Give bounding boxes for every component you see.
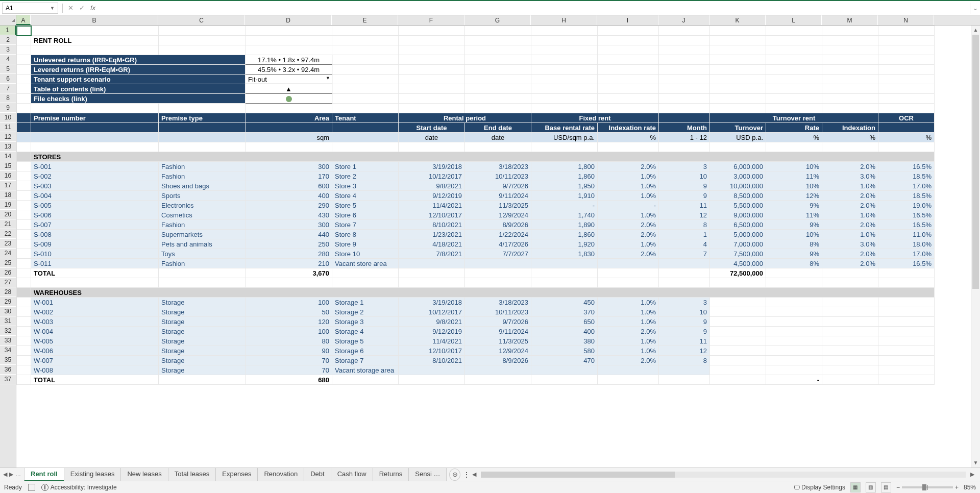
hscroll-right-icon[interactable]: ▶	[968, 471, 977, 478]
scroll-thumb[interactable]	[972, 35, 979, 289]
column-headers: ABCDEFGHIJKLMN	[0, 15, 980, 26]
row-header-6[interactable]: 6	[0, 74, 16, 84]
sheet-tab[interactable]: Existing leases	[64, 467, 121, 481]
row-header-25[interactable]: 25	[0, 258, 16, 268]
zoom-level[interactable]: 85%	[964, 484, 976, 491]
row-header-14[interactable]: 14	[0, 152, 16, 161]
row-header-35[interactable]: 35	[0, 355, 16, 365]
scenario-dropdown[interactable]: Fit-out	[246, 75, 332, 84]
col-header-B[interactable]: B	[31, 15, 158, 25]
row-header-1[interactable]: 1	[0, 26, 16, 35]
horizontal-scrollbar[interactable]: ⋮ ◀ ▶	[460, 471, 980, 478]
row-header-26[interactable]: 26	[0, 268, 16, 278]
col-header-H[interactable]: H	[531, 15, 597, 25]
row-header-11[interactable]: 11	[0, 122, 16, 132]
row-header-21[interactable]: 21	[0, 219, 16, 229]
sheet-tab[interactable]: New leases	[120, 467, 168, 481]
row-header-34[interactable]: 34	[0, 346, 16, 355]
scroll-up-icon[interactable]: ▲	[971, 26, 980, 35]
row-header-29[interactable]: 29	[0, 297, 16, 307]
row-header-19[interactable]: 19	[0, 200, 16, 210]
row-header-13[interactable]: 13	[0, 142, 16, 152]
cells[interactable]: RENT ROLLUnlevered returns (IRR•EqM•GR)1…	[16, 26, 971, 467]
scroll-down-icon[interactable]: ▼	[971, 458, 980, 467]
row-header-15[interactable]: 15	[0, 161, 16, 171]
sheet-tab[interactable]: Rent roll	[24, 467, 64, 481]
row-header-22[interactable]: 22	[0, 229, 16, 239]
sheet-tab[interactable]: Debt	[304, 467, 331, 481]
sheet-tab[interactable]: Returns	[373, 467, 409, 481]
row-header-5[interactable]: 5	[0, 64, 16, 74]
formula-input[interactable]	[99, 3, 970, 14]
col-header-D[interactable]: D	[245, 15, 332, 25]
col-header-G[interactable]: G	[464, 15, 531, 25]
row-header-10[interactable]: 10	[0, 113, 16, 122]
zoom-thumb[interactable]	[922, 484, 926, 490]
zoom-slider[interactable]: − +	[896, 484, 959, 491]
sheet-nav-more[interactable]: …	[15, 471, 21, 478]
name-box-dropdown-icon[interactable]: ▼	[50, 6, 55, 11]
row-header-4[interactable]: 4	[0, 55, 16, 64]
sheet-tab[interactable]: Cash flow	[331, 467, 373, 481]
row-header-17[interactable]: 17	[0, 181, 16, 190]
formula-expand-icon[interactable]: ⌄	[970, 3, 980, 14]
col-header-N[interactable]: N	[878, 15, 934, 25]
sheet-tab[interactable]: Sensi …	[408, 467, 447, 481]
row-header-23[interactable]: 23	[0, 239, 16, 249]
select-all-corner[interactable]	[0, 15, 16, 25]
col-header-K[interactable]: K	[709, 15, 766, 25]
sheet-tab[interactable]: Total leases	[168, 467, 216, 481]
row-header-24[interactable]: 24	[0, 249, 16, 258]
add-sheet-button[interactable]: ⊕	[449, 469, 460, 481]
sheet-nav-next-icon[interactable]: ▶	[9, 471, 13, 478]
name-box-value: A1	[6, 5, 13, 12]
sheet-tab[interactable]: Renovation	[257, 467, 304, 481]
row-header-8[interactable]: 8	[0, 93, 16, 103]
view-page-layout-button[interactable]: ▥	[866, 482, 876, 492]
panel-label: Levered returns (IRR•EqM•GR)	[31, 65, 246, 75]
row-header-2[interactable]: 2	[0, 35, 16, 45]
view-page-break-button[interactable]: ▤	[881, 482, 891, 492]
row-header-27[interactable]: 27	[0, 278, 16, 287]
col-header-L[interactable]: L	[766, 15, 822, 25]
hscroll-left-icon[interactable]: ◀	[470, 471, 479, 478]
sheet-nav-prev-icon[interactable]: ◀	[3, 471, 7, 478]
row-header-16[interactable]: 16	[0, 171, 16, 181]
col-header-C[interactable]: C	[158, 15, 245, 25]
col-header-I[interactable]: I	[597, 15, 658, 25]
row-header-33[interactable]: 33	[0, 336, 16, 346]
view-normal-button[interactable]: ▦	[850, 482, 861, 492]
row-header-3[interactable]: 3	[0, 45, 16, 55]
panel-value	[246, 94, 332, 104]
zoom-in-button[interactable]: +	[955, 484, 959, 491]
cancel-formula-button[interactable]: ✕	[65, 4, 76, 12]
col-header-E[interactable]: E	[332, 15, 398, 25]
col-header-A[interactable]: A	[16, 15, 31, 25]
row-header-31[interactable]: 31	[0, 316, 16, 326]
vertical-scrollbar[interactable]: ▲ ▼	[971, 26, 980, 467]
row-header-32[interactable]: 32	[0, 326, 16, 336]
macro-record-icon[interactable]	[28, 484, 35, 491]
col-header-F[interactable]: F	[398, 15, 464, 25]
row-header-20[interactable]: 20	[0, 210, 16, 219]
row-header-30[interactable]: 30	[0, 307, 16, 316]
col-header-J[interactable]: J	[658, 15, 709, 25]
row-header-28[interactable]: 28	[0, 287, 16, 297]
row-header-37[interactable]: 37	[0, 375, 16, 384]
row-header-7[interactable]: 7	[0, 84, 16, 93]
col-header-M[interactable]: M	[822, 15, 878, 25]
row-header-18[interactable]: 18	[0, 190, 16, 200]
hscroll-thumb[interactable]	[481, 472, 675, 478]
accessibility-status[interactable]: Accessibility: Investigate	[41, 484, 117, 491]
name-box[interactable]: A1 ▼	[2, 3, 58, 14]
display-settings-button[interactable]: 🖵 Display Settings	[794, 484, 845, 491]
sheet-tab[interactable]: Expenses	[215, 467, 258, 481]
accept-formula-button[interactable]: ✓	[76, 4, 87, 12]
row-header-12[interactable]: 12	[0, 132, 16, 142]
formula-bar: A1 ▼ ✕ ✓ fx ⌄	[0, 1, 980, 15]
row-header-9[interactable]: 9	[0, 103, 16, 113]
status-ready: Ready	[4, 484, 22, 491]
row-header-36[interactable]: 36	[0, 365, 16, 375]
zoom-out-button[interactable]: −	[896, 484, 900, 491]
fx-button[interactable]: fx	[87, 4, 99, 12]
